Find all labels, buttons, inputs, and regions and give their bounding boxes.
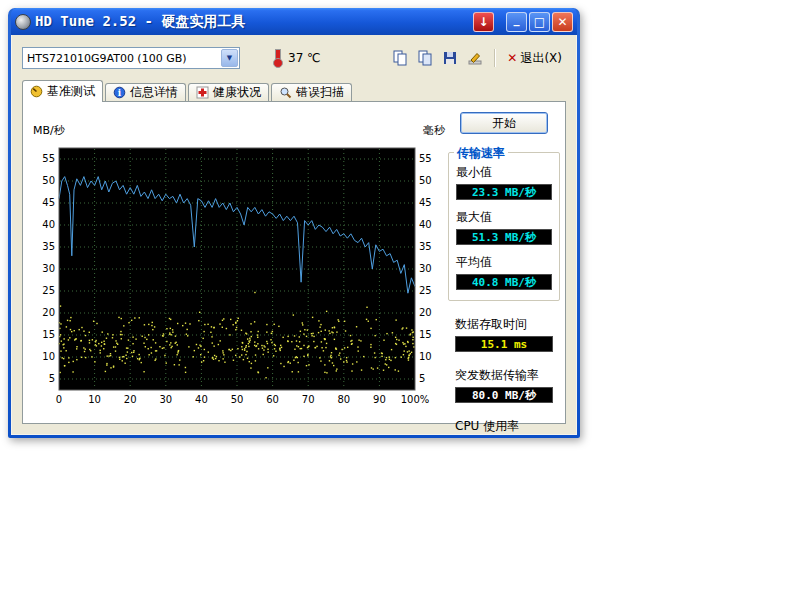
svg-text:30: 30	[419, 263, 432, 274]
svg-text:35: 35	[419, 241, 432, 252]
tab-health-label: 健康状况	[213, 84, 261, 101]
copy-image-icon	[417, 50, 433, 66]
svg-text:15: 15	[42, 329, 55, 340]
drive-select-value: HTS721010G9AT00 (100 GB)	[23, 52, 221, 65]
min-label: 最小值	[456, 164, 552, 181]
svg-text:40: 40	[419, 219, 432, 230]
drive-select[interactable]: HTS721010G9AT00 (100 GB) ▼	[22, 47, 240, 69]
results-panel: 开始 传输速率 最小值 23.3 MB/秒 最大值 51.3 MB/秒 平均值	[448, 112, 560, 435]
svg-text:40: 40	[42, 219, 55, 230]
benchmark-icon	[30, 85, 43, 98]
scan-icon	[279, 86, 292, 99]
svg-text:10: 10	[88, 394, 101, 405]
info-icon: i	[113, 86, 126, 99]
svg-text:55: 55	[419, 153, 432, 164]
app-icon	[15, 14, 31, 30]
tab-info-label: 信息详情	[130, 84, 178, 101]
svg-text:20: 20	[124, 394, 137, 405]
minimize-button[interactable]: _	[506, 12, 527, 32]
svg-text:40: 40	[195, 394, 208, 405]
svg-text:45: 45	[42, 197, 55, 208]
tab-health[interactable]: 健康状况	[188, 83, 269, 102]
burst-rate-value: 80.0 MB/秒	[455, 387, 553, 403]
svg-text:10: 10	[42, 351, 55, 362]
svg-text:50: 50	[231, 394, 244, 405]
save-button[interactable]	[439, 48, 461, 68]
exit-x-icon: ✕	[507, 51, 517, 65]
maximize-button[interactable]: □	[529, 12, 550, 32]
access-time-value: 15.1 ms	[455, 336, 553, 352]
save-icon	[442, 50, 458, 66]
copy-icon	[392, 50, 408, 66]
svg-text:45: 45	[419, 197, 432, 208]
exit-button[interactable]: ✕ 退出(X)	[503, 50, 566, 67]
max-stat: 最大值 51.3 MB/秒	[456, 209, 552, 245]
svg-text:20: 20	[419, 307, 432, 318]
copy-button[interactable]	[389, 48, 411, 68]
max-label: 最大值	[456, 209, 552, 226]
temperature-value: 37 ℃	[288, 51, 321, 65]
svg-text:毫秒: 毫秒	[423, 124, 446, 137]
svg-text:25: 25	[42, 285, 55, 296]
svg-text:15: 15	[419, 329, 432, 340]
svg-text:25: 25	[419, 285, 432, 296]
minimize-glyph: _	[514, 12, 520, 26]
svg-text:100%: 100%	[401, 394, 430, 405]
max-value: 51.3 MB/秒	[456, 229, 552, 245]
toolbar-buttons: ✕ 退出(X)	[389, 48, 566, 68]
svg-text:i: i	[118, 88, 122, 98]
cpu-usage-label: CPU 使用率	[455, 418, 553, 435]
hdtune-window: HD Tune 2.52 - 硬盘实用工具 ↓ _ □ ✕ HTS721010G…	[8, 8, 580, 438]
svg-text:10: 10	[419, 351, 432, 362]
tab-benchmark[interactable]: 基准测试	[22, 80, 103, 102]
svg-text:20: 20	[42, 307, 55, 318]
burst-rate-label: 突发数据传输率	[455, 367, 553, 384]
avg-label: 平均值	[456, 254, 552, 271]
avg-value: 40.8 MB/秒	[456, 274, 552, 290]
transfer-rate-group: 传输速率 最小值 23.3 MB/秒 最大值 51.3 MB/秒 平均值 40.…	[448, 152, 560, 301]
svg-text:50: 50	[42, 175, 55, 186]
close-button[interactable]: ✕	[552, 12, 573, 32]
start-button[interactable]: 开始	[460, 112, 548, 134]
burst-rate-stat: 突发数据传输率 80.0 MB/秒	[448, 367, 560, 403]
tab-error-scan-label: 错误扫描	[296, 84, 344, 101]
titlebar[interactable]: HD Tune 2.52 - 硬盘实用工具 ↓ _ □ ✕	[11, 8, 577, 35]
svg-text:5: 5	[49, 373, 55, 384]
access-time-label: 数据存取时间	[455, 316, 553, 333]
copy-image-button[interactable]	[414, 48, 436, 68]
svg-text:50: 50	[419, 175, 432, 186]
benchmark-page: MB/秒毫秒5555505045454040353530302525202015…	[22, 101, 566, 424]
download-button[interactable]: ↓	[473, 12, 494, 32]
health-icon	[196, 86, 209, 99]
toolbar-separator	[494, 49, 495, 67]
tab-bar: 基准测试 i 信息详情 健康状况	[22, 80, 576, 102]
tab-benchmark-label: 基准测试	[47, 83, 95, 100]
tab-info[interactable]: i 信息详情	[105, 83, 186, 102]
chevron-down-icon[interactable]: ▼	[221, 49, 238, 67]
exit-label: 退出(X)	[520, 50, 562, 67]
access-time-stat: 数据存取时间 15.1 ms	[448, 316, 560, 352]
svg-text:90: 90	[373, 394, 386, 405]
desktop: HD Tune 2.52 - 硬盘实用工具 ↓ _ □ ✕ HTS721010G…	[0, 0, 800, 600]
svg-text:60: 60	[266, 394, 279, 405]
svg-text:70: 70	[302, 394, 315, 405]
min-value: 23.3 MB/秒	[456, 184, 552, 200]
window-title: HD Tune 2.52 - 硬盘实用工具	[35, 13, 469, 31]
tab-error-scan[interactable]: 错误扫描	[271, 83, 352, 102]
svg-text:0: 0	[56, 394, 62, 405]
cpu-usage-stat: CPU 使用率 5.6%	[448, 418, 560, 435]
svg-text:5: 5	[419, 373, 425, 384]
svg-text:30: 30	[42, 263, 55, 274]
benchmark-chart: MB/秒毫秒5555505045454040353530302525202015…	[25, 104, 449, 416]
temperature-indicator: 37 ℃	[272, 49, 321, 68]
thermometer-icon	[272, 49, 283, 68]
svg-text:MB/秒: MB/秒	[33, 124, 66, 137]
transfer-rate-group-title: 传输速率	[454, 145, 508, 162]
client-area: HTS721010G9AT00 (100 GB) ▼ 37 ℃	[11, 35, 577, 435]
svg-text:55: 55	[42, 153, 55, 164]
options-icon	[467, 50, 483, 66]
options-button[interactable]	[464, 48, 486, 68]
svg-text:30: 30	[159, 394, 172, 405]
svg-text:35: 35	[42, 241, 55, 252]
toolbar: HTS721010G9AT00 (100 GB) ▼ 37 ℃	[22, 46, 566, 70]
